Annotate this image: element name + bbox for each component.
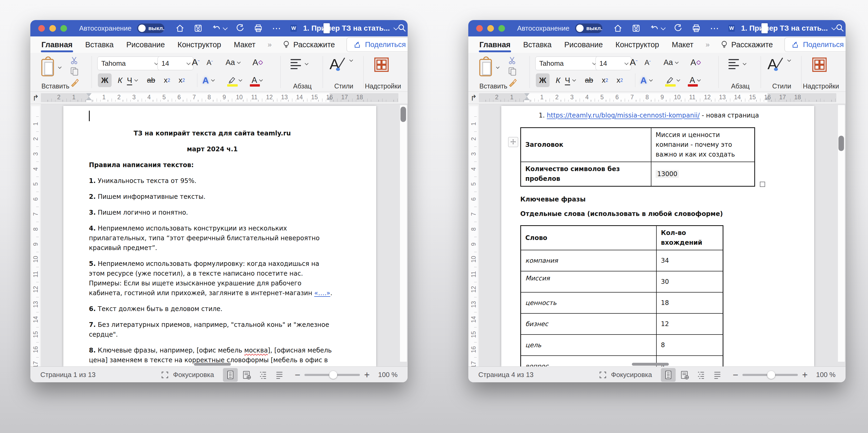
- minimize-window-button[interactable]: [49, 25, 56, 32]
- tab-insert[interactable]: Вставка: [85, 38, 114, 52]
- tab-draw[interactable]: Рисование: [564, 38, 603, 52]
- superscript-button[interactable]: x2: [617, 74, 623, 87]
- italic-button[interactable]: К: [114, 74, 126, 87]
- zoom-percentage[interactable]: 100 %: [816, 371, 836, 379]
- tab-stop-selector[interactable]: ↱: [468, 92, 479, 104]
- tell-me-control[interactable]: Расскажите: [282, 40, 335, 49]
- close-window-button[interactable]: [38, 25, 45, 32]
- zoom-window-button[interactable]: [498, 25, 505, 32]
- table-move-handle[interactable]: [508, 137, 518, 147]
- zoom-window-button[interactable]: [60, 25, 67, 32]
- strikethrough-button[interactable]: ab: [147, 74, 155, 87]
- font-color-button[interactable]: А: [249, 74, 265, 87]
- page-indicator[interactable]: Страница 4 из 13: [478, 371, 533, 379]
- vertical-scrollbar[interactable]: [838, 105, 845, 362]
- addins-button[interactable]: [811, 57, 828, 73]
- tab-draw[interactable]: Рисование: [126, 38, 165, 52]
- count-cell[interactable]: 30: [656, 271, 723, 292]
- paste-dropdown-chevron[interactable]: [58, 65, 62, 69]
- print-layout-view-button[interactable]: [223, 368, 238, 382]
- count-cell[interactable]: 34: [656, 250, 723, 271]
- tab-layout[interactable]: Макет: [671, 38, 694, 52]
- text-effects-button[interactable]: А: [203, 74, 214, 87]
- zoom-out-button[interactable]: −: [295, 370, 300, 380]
- cut-icon[interactable]: [508, 56, 517, 65]
- tabs-overflow-chevrons[interactable]: »: [268, 40, 271, 49]
- zoom-in-button[interactable]: +: [364, 370, 370, 380]
- left-indent-marker[interactable]: [524, 100, 530, 102]
- clear-formatting-button[interactable]: А: [252, 58, 263, 67]
- word-cell[interactable]: ценность: [521, 292, 657, 313]
- italic-button[interactable]: К: [552, 74, 564, 87]
- zoom-out-button[interactable]: −: [733, 370, 738, 380]
- subscript-button[interactable]: x2: [602, 74, 608, 87]
- vertical-scrollbar[interactable]: [400, 105, 407, 362]
- print-icon[interactable]: [692, 24, 701, 33]
- tabs-overflow-chevrons[interactable]: »: [706, 40, 709, 49]
- tell-me-control[interactable]: Расскажите: [720, 40, 773, 49]
- first-line-indent-marker[interactable]: [86, 93, 92, 97]
- tab-insert[interactable]: Вставка: [523, 38, 552, 52]
- count-cell[interactable]: 12: [656, 313, 723, 335]
- web-layout-view-button[interactable]: [677, 368, 692, 382]
- document-chip[interactable]: W 1. Пример ТЗ на стать...: [290, 23, 397, 33]
- shrink-font-button[interactable]: Аˇ: [645, 59, 651, 67]
- styles-button[interactable]: А: [768, 55, 790, 73]
- bold-button[interactable]: Ж: [98, 74, 112, 87]
- words-table[interactable]: Слово Кол-во вхождений компания34 Миссия…: [520, 225, 723, 367]
- text-effects-button[interactable]: А: [640, 74, 652, 87]
- undo-icon[interactable]: [212, 24, 226, 33]
- paste-button[interactable]: [40, 55, 60, 80]
- info-value-cell[interactable]: Миссия и ценности компании - почему это …: [651, 128, 755, 162]
- paste-dropdown-chevron[interactable]: [496, 65, 500, 69]
- shrink-font-button[interactable]: Аˇ: [207, 59, 213, 67]
- clear-formatting-button[interactable]: А: [690, 58, 701, 67]
- cut-icon[interactable]: [70, 56, 79, 65]
- table-resize-handle[interactable]: [760, 182, 765, 187]
- vertical-ruler[interactable]: 1234567891011121314151617: [30, 104, 41, 367]
- zoom-in-button[interactable]: +: [802, 370, 808, 380]
- autosave-toggle[interactable]: выкл.: [575, 24, 602, 33]
- info-table[interactable]: Заголовок Миссия и ценности компании - п…: [520, 127, 755, 187]
- paragraph-settings-button[interactable]: [289, 57, 307, 71]
- focus-mode-control[interactable]: Фокусировка: [161, 371, 214, 379]
- highlight-button[interactable]: [664, 74, 680, 87]
- print-layout-view-button[interactable]: [661, 368, 676, 382]
- paragraph-settings-button[interactable]: [727, 57, 745, 71]
- zoom-slider[interactable]: [305, 374, 360, 376]
- save-icon[interactable]: [631, 24, 641, 33]
- home-icon[interactable]: [613, 24, 622, 33]
- change-case-button[interactable]: Aa: [225, 58, 240, 67]
- change-case-button[interactable]: Aa: [663, 58, 678, 67]
- zoom-percentage[interactable]: 100 %: [378, 371, 398, 379]
- count-cell[interactable]: 18: [656, 292, 723, 313]
- addins-button[interactable]: [373, 57, 390, 73]
- outline-view-button[interactable]: [693, 368, 708, 382]
- document-page[interactable]: ТЗ на копирайт текста для сайта teamly.r…: [63, 106, 376, 367]
- font-size-combo[interactable]: 14: [595, 57, 631, 70]
- horizontal-ruler[interactable]: 21123456789101112131415161718: [479, 93, 836, 102]
- vertical-ruler[interactable]: 1234567891011121314151617: [468, 104, 479, 367]
- redo-icon[interactable]: [674, 24, 683, 33]
- grow-font-button[interactable]: Аˇ̇: [630, 57, 637, 67]
- paste-button[interactable]: [478, 55, 498, 80]
- share-button[interactable]: Поделиться: [346, 37, 408, 52]
- format-painter-icon[interactable]: [508, 78, 517, 87]
- info-value-cell[interactable]: 13000: [651, 162, 755, 186]
- document-chip[interactable]: W 1. Пример ТЗ на стать...: [728, 23, 835, 33]
- search-icon[interactable]: [835, 23, 844, 33]
- focus-mode-control[interactable]: Фокусировка: [599, 371, 652, 379]
- word-cell[interactable]: компания: [521, 250, 657, 271]
- font-name-combo[interactable]: Tahoma: [97, 57, 161, 70]
- count-cell[interactable]: 8: [656, 335, 723, 356]
- copy-icon[interactable]: [70, 66, 79, 76]
- column-header-word[interactable]: Слово: [521, 226, 657, 250]
- font-size-combo[interactable]: 14: [157, 57, 193, 70]
- strikethrough-button[interactable]: ab: [585, 74, 593, 87]
- tab-design[interactable]: Конструктор: [615, 38, 659, 52]
- underline-button[interactable]: Ч: [127, 74, 137, 87]
- inline-link[interactable]: «….»: [314, 289, 330, 297]
- tab-home[interactable]: Главная: [41, 38, 73, 52]
- tab-stop-selector[interactable]: ↱: [30, 92, 41, 104]
- vertical-scroll-thumb[interactable]: [838, 136, 844, 151]
